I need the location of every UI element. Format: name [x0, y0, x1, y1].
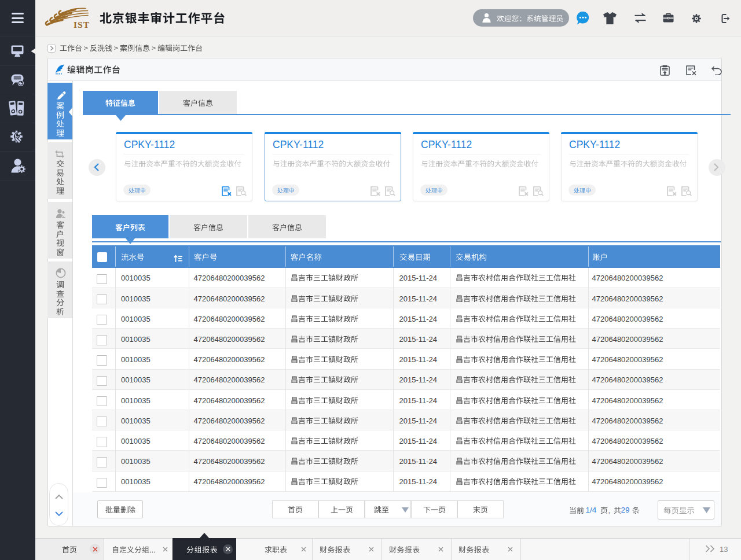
svg-text:IST: IST	[74, 20, 90, 30]
